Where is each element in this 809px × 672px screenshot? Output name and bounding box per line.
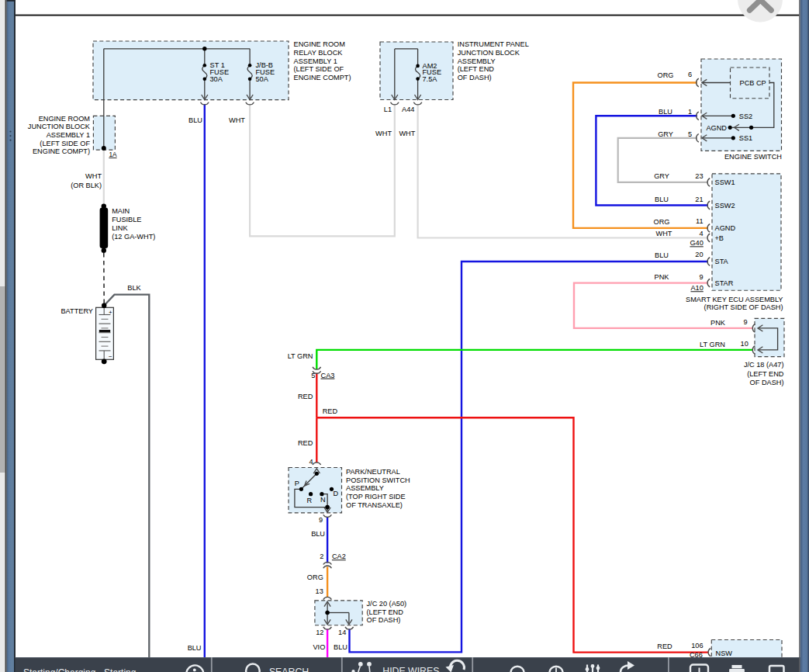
svg-text:P: P bbox=[295, 480, 299, 487]
svg-text:ENGINE COMPT): ENGINE COMPT) bbox=[294, 74, 351, 81]
svg-text:HIDE WIRES: HIDE WIRES bbox=[382, 666, 439, 672]
svg-text:POSITION SWITCH: POSITION SWITCH bbox=[346, 476, 410, 484]
svg-text:11: 11 bbox=[696, 217, 704, 225]
svg-text:WHT: WHT bbox=[85, 172, 102, 180]
svg-text:G40: G40 bbox=[690, 239, 703, 247]
svg-text:9: 9 bbox=[699, 273, 703, 281]
svg-text:Starting/Charging - Starting: Starting/Charging - Starting bbox=[23, 667, 136, 672]
svg-text:WHT: WHT bbox=[229, 116, 245, 124]
svg-text:50A: 50A bbox=[256, 75, 269, 83]
svg-text:21: 21 bbox=[695, 196, 703, 203]
svg-text:4: 4 bbox=[699, 230, 703, 237]
svg-text:STA: STA bbox=[715, 258, 729, 265]
svg-text:PARK/NEUTRAL: PARK/NEUTRAL bbox=[346, 468, 400, 476]
svg-text:OF DASH): OF DASH) bbox=[367, 616, 401, 624]
svg-text:MAIN: MAIN bbox=[112, 207, 130, 215]
svg-text:9: 9 bbox=[743, 318, 747, 326]
svg-text:RED: RED bbox=[657, 643, 672, 650]
svg-text:6: 6 bbox=[688, 71, 692, 78]
svg-text:4: 4 bbox=[309, 458, 313, 466]
svg-text:GRY: GRY bbox=[654, 172, 669, 180]
svg-text:14: 14 bbox=[338, 629, 346, 636]
svg-text:ENGINE SWITCH: ENGINE SWITCH bbox=[724, 153, 782, 161]
svg-text:30A: 30A bbox=[210, 75, 223, 83]
svg-text:A10: A10 bbox=[690, 284, 703, 292]
svg-text:BLU: BLU bbox=[334, 643, 347, 651]
svg-text:FUSIBLE: FUSIBLE bbox=[112, 216, 141, 223]
svg-text:SS2: SS2 bbox=[739, 113, 752, 120]
svg-text:+: + bbox=[109, 309, 112, 316]
svg-text:ENGINE ROOM: ENGINE ROOM bbox=[294, 40, 345, 48]
svg-text:ASSEMBLY: ASSEMBLY bbox=[458, 57, 496, 65]
svg-text:(LEFT END: (LEFT END bbox=[458, 65, 495, 73]
svg-text:(LEFT SIDE OF: (LEFT SIDE OF bbox=[40, 140, 90, 147]
svg-text:12: 12 bbox=[316, 629, 323, 636]
svg-text:JUNCTION BLOCK: JUNCTION BLOCK bbox=[28, 123, 91, 130]
svg-text:D: D bbox=[334, 490, 339, 497]
svg-text:INSTRUMENT PANEL: INSTRUMENT PANEL bbox=[458, 40, 529, 48]
svg-text:106: 106 bbox=[691, 642, 703, 649]
svg-text:(OR BLK): (OR BLK) bbox=[71, 182, 102, 189]
svg-text:20: 20 bbox=[695, 251, 703, 258]
svg-text:10: 10 bbox=[741, 340, 748, 348]
svg-text:SEARCH: SEARCH bbox=[269, 667, 309, 672]
svg-text:BATTERY: BATTERY bbox=[61, 307, 93, 315]
svg-text:BLK: BLK bbox=[127, 284, 141, 292]
svg-text:SS1: SS1 bbox=[739, 134, 752, 142]
svg-text:PCB CP: PCB CP bbox=[740, 79, 766, 87]
svg-text:WHT: WHT bbox=[375, 130, 392, 137]
svg-text:(LEFT END: (LEFT END bbox=[367, 608, 404, 616]
svg-text:(LEFT END: (LEFT END bbox=[747, 370, 784, 378]
svg-text:7.5A: 7.5A bbox=[423, 75, 438, 83]
svg-text:RED: RED bbox=[298, 393, 313, 400]
svg-text:J/C 18 (A47): J/C 18 (A47) bbox=[744, 361, 784, 369]
svg-text:BLU: BLU bbox=[188, 116, 202, 124]
svg-text:(TOP RIGHT SIDE: (TOP RIGHT SIDE bbox=[346, 493, 406, 501]
svg-text:AGND: AGND bbox=[715, 224, 736, 232]
svg-text:BLU: BLU bbox=[659, 108, 672, 116]
svg-text:AGND: AGND bbox=[706, 124, 727, 132]
svg-text:J/C 20 (A50): J/C 20 (A50) bbox=[367, 600, 407, 608]
svg-text:SSW2: SSW2 bbox=[715, 202, 735, 210]
svg-text:SMART KEY ECU ASSEMBLY: SMART KEY ECU ASSEMBLY bbox=[686, 296, 783, 303]
svg-text:PNK: PNK bbox=[710, 319, 726, 327]
svg-text:CA2: CA2 bbox=[332, 552, 346, 560]
svg-text:PNK: PNK bbox=[655, 273, 670, 281]
svg-text:NSW: NSW bbox=[716, 649, 733, 657]
svg-text:9: 9 bbox=[319, 516, 323, 524]
svg-text:WHT: WHT bbox=[656, 230, 672, 237]
svg-text:BLU: BLU bbox=[311, 530, 325, 538]
svg-text:2: 2 bbox=[320, 552, 323, 560]
svg-text:ASSEMBLY 1: ASSEMBLY 1 bbox=[294, 57, 337, 65]
svg-text:BLU: BLU bbox=[188, 644, 202, 652]
svg-text:SSW1: SSW1 bbox=[715, 178, 735, 186]
svg-text:ORG: ORG bbox=[307, 573, 323, 581]
svg-text:RED: RED bbox=[298, 439, 313, 447]
svg-text:WHT: WHT bbox=[399, 130, 415, 137]
svg-text:A44: A44 bbox=[402, 106, 414, 113]
svg-text:13: 13 bbox=[316, 587, 323, 595]
svg-text:1: 1 bbox=[688, 108, 692, 116]
svg-text:RELAY BLOCK: RELAY BLOCK bbox=[294, 49, 344, 57]
svg-text:ASSEMBLY 1: ASSEMBLY 1 bbox=[47, 131, 90, 139]
svg-text:ORG: ORG bbox=[658, 71, 674, 79]
svg-text:5: 5 bbox=[311, 372, 315, 379]
svg-text:LT GRN: LT GRN bbox=[288, 352, 313, 360]
svg-text:VIO: VIO bbox=[313, 643, 325, 651]
svg-text:−: − bbox=[109, 353, 112, 360]
svg-text:GRY: GRY bbox=[658, 130, 673, 138]
svg-text:L1: L1 bbox=[384, 106, 392, 113]
svg-text:OF TRANSAXLE): OF TRANSAXLE) bbox=[346, 501, 403, 509]
svg-text:LT GRN: LT GRN bbox=[700, 341, 725, 348]
svg-text:OF DASH): OF DASH) bbox=[458, 74, 492, 81]
svg-text:CA3: CA3 bbox=[321, 372, 335, 379]
svg-text:N: N bbox=[320, 496, 326, 504]
svg-text:STAR: STAR bbox=[715, 279, 734, 287]
svg-text:OF DASH): OF DASH) bbox=[750, 379, 784, 386]
svg-text:ENGINE ROOM: ENGINE ROOM bbox=[39, 115, 90, 123]
svg-text:BLU: BLU bbox=[655, 251, 669, 259]
svg-text:ORG: ORG bbox=[654, 218, 670, 226]
svg-text:+B: +B bbox=[715, 234, 724, 242]
svg-text:(12 GA-WHT): (12 GA-WHT) bbox=[112, 233, 155, 241]
svg-text:23: 23 bbox=[695, 172, 703, 180]
